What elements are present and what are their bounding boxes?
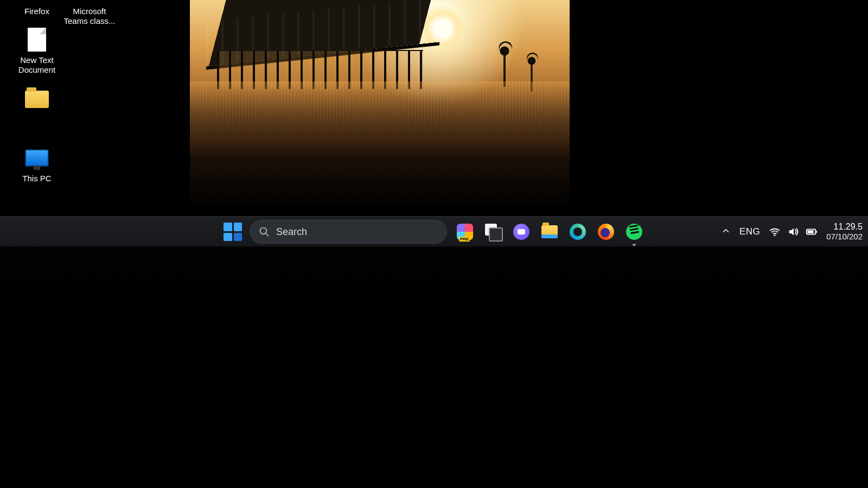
spotify-icon xyxy=(626,224,642,240)
taskbar-pin-firefox[interactable] xyxy=(596,221,616,242)
clock[interactable]: 11.29.5 07/10/202 xyxy=(826,222,863,242)
system-tray: ENG 11.29.5 07/10/202 xyxy=(721,217,865,247)
volume-icon xyxy=(787,226,799,238)
taskbar-pin-edge[interactable] xyxy=(567,221,588,242)
below-screen-area xyxy=(0,246,868,488)
search-placeholder: Search xyxy=(276,226,307,238)
chat-icon xyxy=(513,224,529,240)
text-file-icon xyxy=(24,27,49,52)
firefox-icon xyxy=(24,0,49,3)
teams-icon xyxy=(77,0,102,3)
desktop-icon-label: New Text Document xyxy=(10,55,64,75)
copilot-icon xyxy=(457,224,473,240)
taskbar-pin-chat[interactable] xyxy=(511,221,532,242)
taskbar-search[interactable]: Search xyxy=(250,220,447,244)
folder-icon xyxy=(24,87,49,112)
desktop[interactable]: Firefox Microsoft Teams class... New Tex… xyxy=(0,0,868,250)
desktop-icon-new-text-document[interactable]: New Text Document xyxy=(10,27,64,75)
desktop-icon-folder[interactable] xyxy=(10,87,64,115)
svg-rect-4 xyxy=(816,231,818,233)
taskbar-pin-spotify[interactable] xyxy=(624,221,644,242)
desktop-icon-label: Firefox xyxy=(10,7,64,16)
svg-rect-5 xyxy=(808,230,814,233)
desktop-icon-firefox[interactable]: Firefox xyxy=(10,0,64,16)
desktop-icon-teams[interactable]: Microsoft Teams class... xyxy=(62,0,117,26)
svg-point-2 xyxy=(774,235,776,236)
taskbar-pin-task-view[interactable] xyxy=(483,221,503,242)
desktop-icon-label: This PC xyxy=(10,174,64,183)
date-text: 07/10/202 xyxy=(826,232,863,242)
this-pc-icon xyxy=(24,145,49,170)
chevron-up-icon xyxy=(721,226,731,236)
quick-settings[interactable] xyxy=(769,226,818,238)
task-view-icon xyxy=(485,224,501,240)
desktop-icon-label: Microsoft Teams class... xyxy=(62,7,117,26)
taskbar-pin-copilot[interactable] xyxy=(455,221,475,242)
time-text: 11.29.5 xyxy=(826,222,863,232)
start-button[interactable] xyxy=(224,223,242,241)
taskbar: Search ENG 11.29.5 07/10/202 xyxy=(0,216,868,247)
battery-icon xyxy=(806,226,818,238)
svg-line-1 xyxy=(266,233,269,236)
wifi-icon xyxy=(769,226,781,238)
language-indicator[interactable]: ENG xyxy=(739,226,760,237)
tray-overflow-button[interactable] xyxy=(721,226,731,238)
firefox-icon xyxy=(598,224,614,240)
file-explorer-icon xyxy=(541,225,558,238)
desktop-icon-this-pc[interactable]: This PC xyxy=(10,145,64,183)
search-icon xyxy=(259,226,270,237)
taskbar-pin-file-explorer[interactable] xyxy=(539,221,560,242)
edge-icon xyxy=(570,224,586,240)
windows-logo-icon xyxy=(224,223,232,231)
wallpaper xyxy=(190,0,570,206)
